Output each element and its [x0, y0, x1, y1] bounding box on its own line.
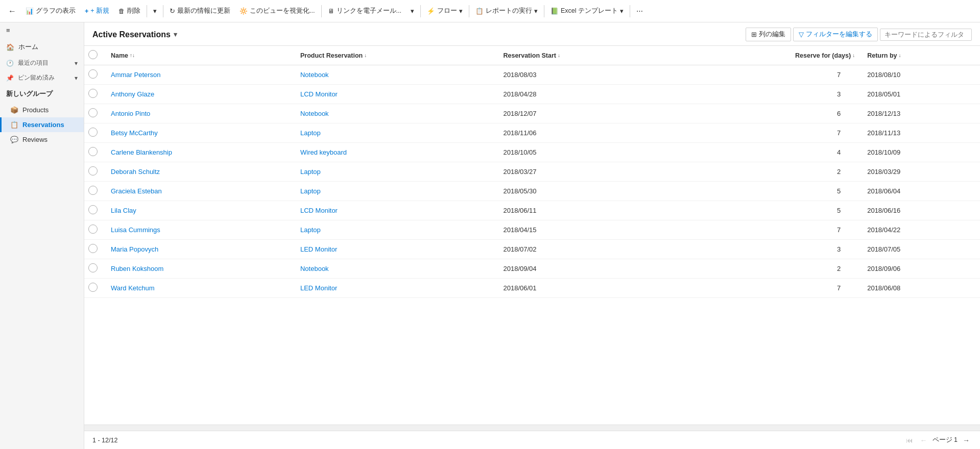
product-cell: Notebook: [294, 104, 497, 123]
refresh-button[interactable]: ↻ 最新の情報に更新: [165, 5, 234, 17]
product-link[interactable]: LED Monitor: [300, 245, 337, 253]
row-checkbox-cell: [84, 85, 105, 104]
sidebar-item-reservations[interactable]: 📋 Reservations: [0, 117, 84, 132]
product-link[interactable]: Laptop: [300, 226, 321, 234]
row-checkbox[interactable]: [88, 108, 98, 117]
row-checkbox[interactable]: [88, 128, 98, 137]
select-all-checkbox[interactable]: [88, 50, 98, 59]
first-page-button[interactable]: ⏮: [904, 435, 915, 445]
report-button[interactable]: 📋 レポートの実行 ▾: [471, 5, 542, 17]
keyword-filter-input[interactable]: [880, 29, 972, 41]
sidebar-item-reviews[interactable]: 💬 Reviews: [0, 132, 84, 147]
row-checkbox[interactable]: [88, 166, 98, 176]
separator-5: [469, 5, 469, 17]
product-link[interactable]: Wired keyboard: [300, 148, 347, 156]
flow-chevron-icon: ▾: [459, 7, 463, 15]
name-cell: Carlene Blankenship: [105, 143, 294, 162]
prev-page-button[interactable]: ←: [918, 435, 929, 445]
back-button[interactable]: ←: [4, 5, 20, 18]
days-cell: 3: [676, 85, 862, 104]
name-link[interactable]: Anthony Glaze: [111, 90, 154, 98]
edit-filter-button[interactable]: ▽ フィルターを編集する: [793, 28, 878, 41]
product-link[interactable]: LCD Monitor: [300, 207, 338, 214]
name-link[interactable]: Lila Clay: [111, 207, 136, 214]
email-chevron-button[interactable]: ▾: [407, 5, 418, 17]
new-button[interactable]: + + 新規: [81, 5, 113, 17]
name-cell: Ammar Peterson: [105, 65, 294, 85]
days-cell: 7: [676, 220, 862, 240]
row-checkbox[interactable]: [88, 283, 98, 292]
product-cell: Laptop: [294, 123, 497, 143]
name-cell: Graciela Esteban: [105, 182, 294, 201]
row-checkbox[interactable]: [88, 224, 98, 234]
page-info: 1 - 12/12: [92, 437, 117, 444]
name-cell: Deborah Schultz: [105, 162, 294, 182]
product-link[interactable]: LCD Monitor: [300, 90, 338, 98]
product-link[interactable]: Notebook: [300, 71, 329, 79]
product-link[interactable]: LED Monitor: [300, 284, 337, 292]
name-link[interactable]: Antonio Pinto: [111, 110, 150, 117]
product-link[interactable]: Laptop: [300, 168, 321, 176]
days-column-header[interactable]: Reserve for (days) ↓: [676, 46, 862, 65]
graph-button[interactable]: 📊 グラフの表示: [21, 5, 80, 17]
home-button[interactable]: 🏠 ホーム: [0, 38, 84, 56]
name-link[interactable]: Betsy McCarthy: [111, 129, 158, 137]
name-link[interactable]: Carlene Blankenship: [111, 148, 172, 156]
row-checkbox[interactable]: [88, 69, 98, 79]
row-checkbox[interactable]: [88, 244, 98, 253]
edit-columns-button[interactable]: ⊞ 列の編集: [746, 28, 791, 41]
email-button[interactable]: 🖥 リンクを電子メール...: [324, 5, 405, 17]
hamburger-menu-button[interactable]: ≡: [0, 22, 84, 38]
row-checkbox[interactable]: [88, 205, 98, 214]
delete-chevron-button[interactable]: ▾: [149, 5, 161, 17]
name-link[interactable]: Graciela Esteban: [111, 187, 162, 195]
excel-button[interactable]: 📗 Excel テンプレート ▾: [546, 5, 628, 17]
more-button[interactable]: ⋯: [632, 5, 647, 17]
home-icon: 🏠: [6, 43, 14, 51]
reservations-table: Name ↑↓ Product Reservation ↓: [84, 46, 980, 298]
row-checkbox[interactable]: [88, 186, 98, 195]
name-column-header[interactable]: Name ↑↓: [105, 46, 294, 65]
recent-items-button[interactable]: 🕐 最近の項目 ▾: [0, 56, 84, 70]
excel-chevron-icon: ▾: [620, 7, 624, 15]
start-cell: 2018/11/06: [497, 123, 675, 143]
return-column-header[interactable]: Return by ↓: [861, 46, 980, 65]
name-link[interactable]: Ruben Kokshoom: [111, 265, 163, 272]
table-container: Name ↑↓ Product Reservation ↓: [84, 46, 980, 425]
start-cell: 2018/06/11: [497, 201, 675, 220]
start-cell: 2018/04/15: [497, 220, 675, 240]
row-checkbox[interactable]: [88, 147, 98, 156]
product-link[interactable]: Notebook: [300, 110, 329, 117]
new-group-button[interactable]: 新しいグループ: [0, 85, 84, 103]
sidebar-item-products[interactable]: 📦 Products: [0, 103, 84, 117]
reservations-icon: 📋: [10, 121, 18, 129]
product-column-header[interactable]: Product Reservation ↓: [294, 46, 497, 65]
return-cell: 2018/09/06: [861, 259, 980, 279]
days-cell: 7: [676, 279, 862, 298]
row-checkbox[interactable]: [88, 263, 98, 272]
days-sort-icon: ↓: [852, 53, 855, 58]
start-column-header[interactable]: Reservation Start ↓: [497, 46, 675, 65]
name-link[interactable]: Deborah Schultz: [111, 168, 160, 176]
name-link[interactable]: Ward Ketchum: [111, 284, 155, 292]
pinned-items-button[interactable]: 📌 ピン留め済み ▾: [0, 70, 84, 85]
title-chevron-icon[interactable]: ▾: [174, 31, 177, 38]
product-link[interactable]: Notebook: [300, 265, 329, 272]
horizontal-scrollbar[interactable]: [84, 425, 980, 431]
report-chevron-icon: ▾: [534, 7, 538, 15]
row-checkbox[interactable]: [88, 89, 98, 98]
product-link[interactable]: Laptop: [300, 187, 321, 195]
visualize-button[interactable]: 🔆 このビューを視覚化...: [235, 5, 319, 17]
table-row: Carlene Blankenship Wired keyboard 2018/…: [84, 143, 980, 162]
page-label: ページ 1: [933, 436, 958, 444]
separator-2: [163, 5, 163, 17]
name-link[interactable]: Luisa Cummings: [111, 226, 160, 234]
delete-button[interactable]: 🗑 削除: [114, 5, 145, 17]
content-header: Active Reservations ▾ ⊞ 列の編集 ▽ フィルターを編集す…: [84, 22, 980, 46]
name-link[interactable]: Maria Popovych: [111, 245, 158, 253]
name-link[interactable]: Ammar Peterson: [111, 71, 161, 79]
flow-icon: ⚡: [427, 7, 435, 15]
flow-button[interactable]: ⚡ フロー ▾: [423, 5, 467, 17]
next-page-button[interactable]: →: [961, 435, 972, 445]
product-link[interactable]: Laptop: [300, 129, 321, 137]
